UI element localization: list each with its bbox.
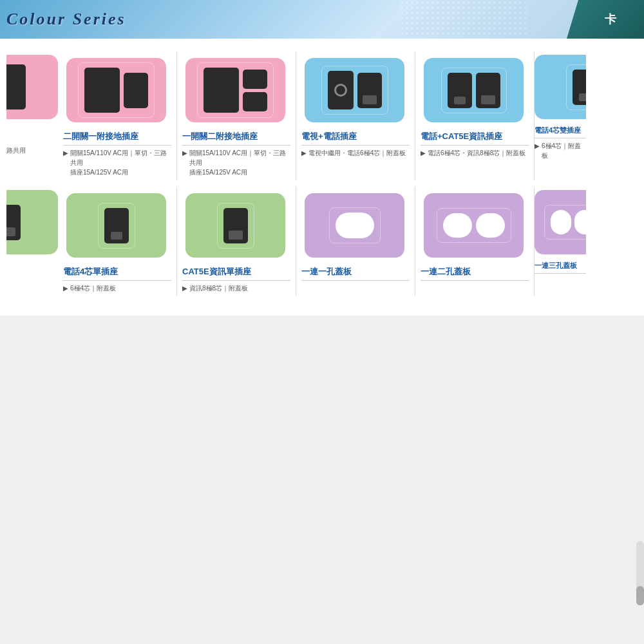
spec-line-6: ▶ 電話6極4芯・資訊8極8芯｜附蓋板 [421,148,529,158]
socket-small-1 [124,73,148,108]
product-name-4: 電話+CAT5E資訊插座 [421,131,529,146]
product-row-2: 電話4芯單插座 ▶ 6極4芯｜附蓋板 [6,187,638,296]
product-name-5: 電話4芯單插座 [63,266,171,281]
plate-pink-1 [66,58,166,122]
product-spec-1: ▶ 開關15A/110V AC用｜單切・三路共用 插座15A/125V AC用 [63,148,171,177]
socket-group-2 [243,70,267,111]
main-content: 路共用 二開關一附接地插座 ▶ 開關15A/110V AC用 [0,39,644,316]
list-item: 電視+電話插座 ▶ 電視中繼用・電話6極4芯｜附蓋板 [296,52,415,180]
rj-port-1 [363,95,377,104]
socket-tv-1 [328,71,354,109]
product-name-6: CAT5E資訊單插座 [182,266,290,281]
partial-image-right-2 [535,190,586,261]
cover-hole-2a [443,213,472,238]
partial-spec-1: 路共用 [6,146,58,155]
spec-line-5: ▶ 電視中繼用・電話6極4芯｜附蓋板 [301,148,410,158]
product-image-5 [63,190,169,261]
product-name-2: 一開關二附接地插座 [182,131,290,146]
plate-inner-8 [336,213,374,238]
list-item: 一開關二附接地插座 ▶ 開關15A/110V AC用｜單切・三路共用 插座15A… [177,52,296,180]
socket-s2a [243,70,267,89]
scrollbar-thumb[interactable] [636,586,644,605]
header-right-tab: 卡 [567,0,644,39]
product-name-1: 二開關一附接地插座 [63,131,171,146]
product-spec-5: ▶ 6極4芯｜附蓋板 [63,283,171,293]
spec-line-1: ▶ 開關15A/110V AC用｜單切・三路共用 [63,148,171,167]
socket-tel-r1 [573,70,587,105]
list-item: CAT5E資訊單插座 ▶ 資訊8極8芯｜附蓋板 [177,187,296,296]
product-name-8: 一連二孔蓋板 [421,266,529,281]
plate-pink-2 [185,58,285,122]
socket-main-2 [204,68,239,113]
product-spec-4: ▶ 電話6極4芯・資訊8極8芯｜附蓋板 [421,148,529,158]
socket-s2b [243,92,267,111]
spec-line-r1: ▶ 6極4芯｜附蓋板 [535,141,586,160]
plate-inner-6 [104,208,129,243]
socket-partial-1 [6,64,26,109]
socket-tel-1 [448,73,472,108]
tel-port-2 [111,232,122,240]
cover-hole-3b [574,210,587,234]
plate-inner-5 [573,70,587,105]
plate-inner-2 [204,68,267,113]
product-spec-3: ▶ 電視中繼用・電話6極4芯｜附蓋板 [301,148,410,158]
list-item: 電話+CAT5E資訊插座 ▶ 電話6極4芯・資訊8極8芯｜附蓋板 [415,52,535,180]
partial-image-2 [6,190,58,261]
partial-item-right-2: 一連三孔蓋板 [535,187,586,296]
cover-hole-3a [551,210,571,234]
rj-port-partial [6,227,15,236]
socket-circle-1 [334,84,347,97]
plate-blue-2 [424,58,524,122]
product-name-3: 電視+電話插座 [301,131,410,146]
plate-green-2 [185,193,285,258]
list-item: 一連二孔蓋板 [415,187,535,296]
list-item: 一連一孔蓋板 [296,187,415,296]
plate-blue-1 [305,58,404,122]
product-name-7: 一連一孔蓋板 [301,266,410,281]
partial-item-right-1: 電話4芯雙插座 ▶ 6極4芯｜附蓋板 [535,52,586,180]
spec-line-7: ▶ 6極4芯｜附蓋板 [63,283,171,293]
plate-inner-4 [448,73,500,108]
plate-inner-7 [223,208,248,243]
cover-hole-2b [476,213,505,238]
plate-green-1 [66,193,166,258]
spec-line-3: ▶ 開關15A/110V AC用｜單切・三路共用 [182,148,290,167]
page-header: Colour Series 卡 [0,0,644,39]
plate-inner-9 [443,213,505,238]
product-image-7 [301,190,408,261]
product-name-r2: 一連三孔蓋板 [535,261,586,274]
socket-main-1 [84,68,120,113]
product-image-4 [421,55,527,126]
product-spec-r1: ▶ 6極4芯｜附蓋板 [535,141,586,160]
partial-image-right-1 [535,55,586,126]
socket-rj-2 [476,73,500,108]
product-image-6 [182,190,289,261]
socket-rj-3 [223,208,248,243]
plate-inner-3 [328,71,382,109]
product-image-2 [182,55,289,126]
partial-item-left-2 [6,187,58,296]
partial-image-1 [6,55,58,126]
list-item: 電話4芯單插座 ▶ 6極4芯｜附蓋板 [58,187,177,296]
scrollbar[interactable] [636,541,644,605]
tel-port-1 [454,97,466,104]
product-row-1: 路共用 二開關一附接地插座 ▶ 開關15A/110V AC用 [6,52,638,180]
spec-line-4: 插座15A/125V AC用 [182,167,290,177]
cover-plate-2 [424,193,524,258]
cover-hole-1 [336,213,374,238]
product-spec-2: ▶ 開關15A/110V AC用｜單切・三路共用 插座15A/125V AC用 [182,148,290,177]
spec-line-2: 插座15A/125V AC用 [63,167,171,177]
rj-port-2 [481,95,495,104]
product-name-r1: 電話4芯雙插座 [535,126,586,138]
plate-inner-1 [84,68,148,113]
header-decoration [399,0,528,39]
partial-item-left-1: 路共用 [6,52,58,180]
cover-plate-1 [305,193,404,258]
product-image-3 [301,55,408,126]
rj-port-3 [229,231,243,240]
product-grid: 路共用 二開關一附接地插座 ▶ 開關15A/110V AC用 [6,52,638,303]
product-spec-6: ▶ 資訊8極8芯｜附蓋板 [182,283,290,293]
spec-line-8: ▶ 資訊8極8芯｜附蓋板 [182,283,290,293]
page-title: Colour Series [6,10,126,29]
tel-port-r1 [579,93,587,101]
